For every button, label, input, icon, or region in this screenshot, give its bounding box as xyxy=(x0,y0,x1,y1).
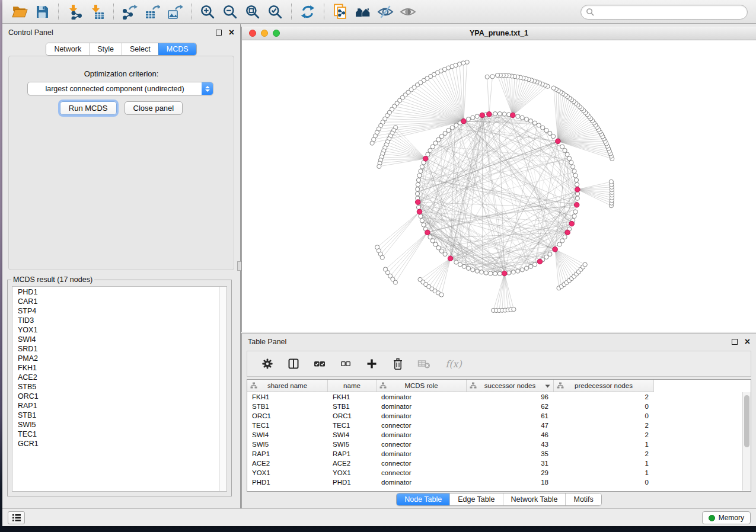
network-node[interactable] xyxy=(574,178,578,182)
network-node[interactable] xyxy=(507,271,511,275)
mcds-hub-node[interactable] xyxy=(417,209,422,214)
network-node[interactable] xyxy=(471,116,475,120)
network-node[interactable] xyxy=(462,264,466,268)
tab-network-table[interactable]: Network Table xyxy=(503,493,566,505)
mcds-result-item[interactable]: STP4 xyxy=(12,306,219,316)
network-node[interactable] xyxy=(497,112,502,116)
network-node[interactable] xyxy=(563,235,567,239)
network-node[interactable] xyxy=(575,196,579,200)
column-header-shared-name[interactable]: shared name xyxy=(247,380,328,392)
cell-MCDS-role[interactable]: connector xyxy=(377,440,467,449)
cell-predecessor-nodes[interactable]: 2 xyxy=(554,392,654,402)
export-image-button[interactable] xyxy=(164,2,186,22)
network-node[interactable] xyxy=(439,134,444,139)
network-node[interactable] xyxy=(495,73,499,77)
zoom-out-button[interactable] xyxy=(219,2,241,22)
network-node[interactable] xyxy=(454,123,458,127)
network-node[interactable] xyxy=(551,134,556,139)
export-table-button[interactable] xyxy=(141,2,164,22)
cell-successor-nodes[interactable]: 18 xyxy=(467,477,554,487)
mcds-result-item[interactable]: CAR1 xyxy=(12,297,219,306)
cell-predecessor-nodes[interactable]: 2 xyxy=(554,449,654,459)
network-node[interactable] xyxy=(446,129,451,133)
network-node[interactable] xyxy=(516,114,520,118)
cell-MCDS-role[interactable]: dominator xyxy=(377,392,467,402)
tab-select[interactable]: Select xyxy=(122,43,158,55)
mcds-result-item[interactable]: FKH1 xyxy=(12,363,219,373)
network-node[interactable] xyxy=(544,129,548,133)
network-node[interactable] xyxy=(560,145,564,149)
cell-name[interactable]: SWI5 xyxy=(328,440,377,449)
network-node[interactable] xyxy=(537,123,541,127)
mcds-hub-node[interactable] xyxy=(425,230,430,235)
table-row[interactable]: RAP1RAP1dominator352 xyxy=(247,449,742,459)
search-input[interactable] xyxy=(598,8,742,17)
cell-successor-nodes[interactable]: 62 xyxy=(467,402,554,411)
network-node[interactable] xyxy=(529,264,533,268)
mcds-result-item[interactable]: SRD1 xyxy=(12,344,219,354)
criterion-select[interactable]: largest connected component (undirected) xyxy=(27,82,213,95)
cell-successor-nodes[interactable]: 96 xyxy=(467,392,554,402)
network-node[interactable] xyxy=(416,205,420,209)
cell-MCDS-role[interactable]: dominator xyxy=(377,477,467,487)
network-node[interactable] xyxy=(458,262,462,267)
show-panels-button[interactable] xyxy=(8,511,25,524)
network-node[interactable] xyxy=(573,210,578,214)
network-node[interactable] xyxy=(454,260,458,264)
zoom-in-button[interactable] xyxy=(196,2,219,22)
network-node[interactable] xyxy=(573,174,578,178)
mcds-result-item[interactable]: RAP1 xyxy=(12,401,219,411)
mcds-result-item[interactable]: TID3 xyxy=(12,316,219,325)
cell-shared-name[interactable]: YOX1 xyxy=(247,468,328,477)
cell-successor-nodes[interactable]: 43 xyxy=(467,440,554,449)
cell-shared-name[interactable]: RAP1 xyxy=(247,449,328,459)
network-node[interactable] xyxy=(466,266,470,270)
network-node[interactable] xyxy=(433,242,438,246)
mcds-hub-node[interactable] xyxy=(556,139,561,144)
network-node[interactable] xyxy=(475,269,479,273)
mcds-hub-node[interactable] xyxy=(448,256,453,261)
cell-successor-nodes[interactable]: 46 xyxy=(467,430,554,440)
cell-name[interactable]: PHD1 xyxy=(328,477,377,487)
result-list-scrollbar[interactable] xyxy=(219,287,227,491)
table-scrollbar[interactable] xyxy=(742,392,751,491)
network-node[interactable] xyxy=(551,86,556,90)
cell-name[interactable]: TEC1 xyxy=(328,421,377,430)
mcds-hub-node[interactable] xyxy=(480,113,485,118)
run-mcds-button[interactable]: Run MCDS xyxy=(60,101,117,115)
column-header-MCDS-role[interactable]: MCDS role xyxy=(377,380,467,392)
network-node[interactable] xyxy=(439,249,444,253)
network-node[interactable] xyxy=(393,280,397,284)
network-node[interactable] xyxy=(426,152,430,156)
network-node[interactable] xyxy=(420,165,424,169)
mcds-hub-node[interactable] xyxy=(461,118,467,124)
network-node[interactable] xyxy=(497,271,502,275)
table-row[interactable]: FKH1FKH1dominator962 xyxy=(247,392,742,402)
network-node[interactable] xyxy=(439,293,444,297)
network-node[interactable] xyxy=(489,271,493,275)
mcds-hub-node[interactable] xyxy=(487,111,492,117)
cell-predecessor-nodes[interactable]: 2 xyxy=(554,430,654,440)
cell-name[interactable]: STB1 xyxy=(328,402,377,411)
network-node[interactable] xyxy=(572,169,576,173)
network-node[interactable] xyxy=(436,246,441,250)
cell-shared-name[interactable]: ORC1 xyxy=(247,411,328,421)
network-node[interactable] xyxy=(466,117,470,121)
delete-table-button[interactable] xyxy=(417,357,431,371)
cell-predecessor-nodes[interactable]: 0 xyxy=(554,411,654,421)
cell-MCDS-role[interactable]: dominator xyxy=(377,411,467,421)
network-node[interactable] xyxy=(532,262,537,267)
mcds-result-item[interactable]: GCR1 xyxy=(12,439,219,448)
network-node[interactable] xyxy=(532,121,537,125)
network-node[interactable] xyxy=(490,75,495,79)
table-row[interactable]: STB1STB1dominator620 xyxy=(247,402,742,411)
network-node[interactable] xyxy=(471,268,475,272)
deselect-all-button[interactable] xyxy=(339,357,353,371)
network-node[interactable] xyxy=(430,145,435,149)
mcds-result-list[interactable]: PHD1CAR1STP4TID3YOX1SWI4SRD1PMA2FKH1ACE2… xyxy=(12,287,219,491)
table-settings-button[interactable] xyxy=(260,357,275,371)
network-node[interactable] xyxy=(419,214,423,218)
delete-column-button[interactable] xyxy=(391,357,405,371)
network-node[interactable] xyxy=(516,269,520,273)
network-node[interactable] xyxy=(502,112,506,116)
